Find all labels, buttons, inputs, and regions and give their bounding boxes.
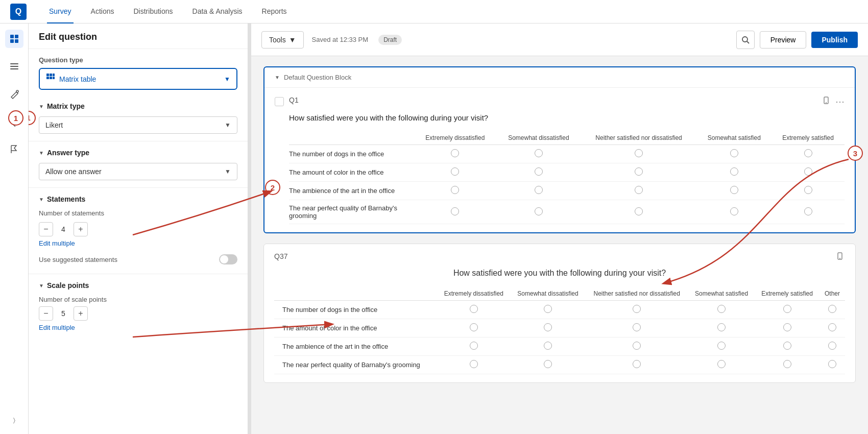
radio-input[interactable] [635, 207, 643, 215]
answer-type-section-header[interactable]: ▼ Answer type [29, 143, 248, 160]
radio-input[interactable] [633, 323, 641, 331]
search-button[interactable] [736, 31, 755, 49]
radio-input[interactable] [804, 167, 812, 176]
answer-type-dropdown[interactable]: Allow one answer ▼ [39, 163, 237, 180]
statements-label: Statements [47, 195, 85, 203]
radio-input[interactable] [783, 323, 791, 331]
radio-input[interactable] [535, 207, 543, 215]
q37-col-6: Other [819, 287, 845, 301]
radio-input[interactable] [828, 342, 836, 350]
radio-input[interactable] [783, 360, 791, 368]
matrix-type-dropdown[interactable]: Likert ▼ [39, 116, 237, 134]
radio-input[interactable] [633, 360, 641, 368]
question-type-dropdown[interactable]: Matrix table ▼ [39, 68, 237, 90]
use-suggested-toggle[interactable] [219, 254, 237, 264]
radio-input[interactable] [717, 323, 726, 331]
mobile-icon [835, 252, 845, 262]
radio-input[interactable] [544, 323, 552, 331]
sidebar-survey-icon[interactable] [5, 30, 23, 48]
publish-button[interactable]: Publish [811, 32, 858, 48]
edit-panel-header: Edit question [29, 23, 248, 49]
radio-input[interactable] [470, 323, 478, 331]
radio-input[interactable] [451, 167, 459, 176]
radio-input[interactable] [451, 149, 459, 157]
scale-decrement-button[interactable]: − [39, 306, 53, 321]
scale-points-content: Number of scale points − 5 + Edit multip… [29, 293, 248, 336]
q37-row-2: The amount of color in the office [274, 319, 437, 337]
radio-input[interactable] [470, 360, 478, 368]
nav-tab-reports[interactable]: Reports [260, 0, 289, 23]
radio-input[interactable] [828, 360, 836, 368]
nav-tab-actions[interactable]: Actions [89, 0, 116, 23]
radio-input[interactable] [633, 342, 641, 350]
sidebar-expand-btn[interactable]: 〉 [9, 413, 19, 428]
answer-type-label: Answer type [47, 149, 89, 157]
nav-tab-survey[interactable]: Survey [47, 0, 74, 23]
radio-input[interactable] [730, 207, 738, 215]
radio-input[interactable] [828, 305, 836, 313]
nav-tab-distributions[interactable]: Distributions [132, 0, 175, 23]
radio-input[interactable] [828, 323, 836, 331]
edit-multiple-scale-link[interactable]: Edit multiple [39, 324, 75, 331]
tools-label: Tools [269, 36, 286, 44]
table-row: The number of dogs in the office [274, 301, 845, 319]
sidebar-list-icon[interactable] [5, 57, 23, 76]
edit-multiple-statements-link[interactable]: Edit multiple [39, 239, 75, 247]
radio-input[interactable] [451, 186, 459, 194]
radio-input[interactable] [804, 207, 812, 215]
radio-input[interactable] [535, 149, 543, 157]
radio-input[interactable] [544, 305, 552, 313]
radio-input[interactable] [635, 186, 643, 194]
q1-number: Q1 [289, 96, 299, 104]
radio-input[interactable] [730, 167, 738, 176]
app-logo: Q [10, 4, 27, 20]
q1-row-3: The ambience of the art in the office [289, 182, 414, 200]
radio-input[interactable] [635, 167, 643, 176]
radio-input[interactable] [470, 342, 478, 350]
radio-input[interactable] [783, 342, 791, 350]
main-content: Tools ▼ Saved at 12:33 PM Draft Preview … [251, 23, 868, 434]
matrix-type-content: Likert ▼ [29, 113, 248, 139]
radio-input[interactable] [804, 186, 812, 194]
preview-button[interactable]: Preview [760, 31, 807, 49]
q37-actions [835, 252, 845, 262]
radio-input[interactable] [535, 186, 543, 194]
radio-input[interactable] [717, 360, 726, 368]
radio-input[interactable] [535, 167, 543, 176]
q1-checkbox[interactable] [275, 97, 284, 106]
statements-stepper: − 4 + [39, 222, 88, 236]
radio-input[interactable] [783, 305, 791, 313]
matrix-icon [46, 73, 55, 85]
statements-section-header[interactable]: ▼ Statements [29, 190, 248, 206]
sidebar-flag-icon[interactable] [5, 140, 23, 158]
scale-increment-button[interactable]: + [74, 306, 88, 321]
radio-input[interactable] [544, 342, 552, 350]
answer-type-value: Allow one answer [45, 167, 225, 176]
scale-points-label: Scale points [47, 281, 89, 290]
collapse-icon[interactable]: ▼ [275, 75, 280, 80]
radio-input[interactable] [730, 149, 738, 157]
answer-type-content: Allow one answer ▼ [29, 160, 248, 185]
radio-input[interactable] [717, 305, 726, 313]
matrix-type-value: Likert [45, 121, 225, 129]
sidebar-tool-icon[interactable] [5, 112, 23, 131]
radio-input[interactable] [635, 149, 643, 157]
question-type-value: Matrix table [59, 75, 220, 83]
radio-input[interactable] [730, 186, 738, 194]
sidebar-paint-icon[interactable] [5, 85, 23, 103]
radio-input[interactable] [544, 360, 552, 368]
radio-input[interactable] [717, 342, 726, 350]
matrix-type-section-header[interactable]: ▼ Matrix type [29, 97, 248, 113]
radio-input[interactable] [633, 305, 641, 313]
scale-points-section-header[interactable]: ▼ Scale points [29, 276, 248, 293]
radio-input[interactable] [804, 149, 812, 157]
radio-input[interactable] [451, 207, 459, 215]
statements-decrement-button[interactable]: − [39, 222, 53, 236]
radio-input[interactable] [470, 305, 478, 313]
statements-increment-button[interactable]: + [74, 222, 88, 236]
svg-rect-12 [50, 77, 52, 79]
edit-panel: Edit question Question type Matrix table… [29, 23, 248, 434]
more-options-icon[interactable]: ⋯ [835, 96, 845, 107]
nav-tab-data-analysis[interactable]: Data & Analysis [190, 0, 245, 23]
tools-button[interactable]: Tools ▼ [261, 31, 304, 49]
